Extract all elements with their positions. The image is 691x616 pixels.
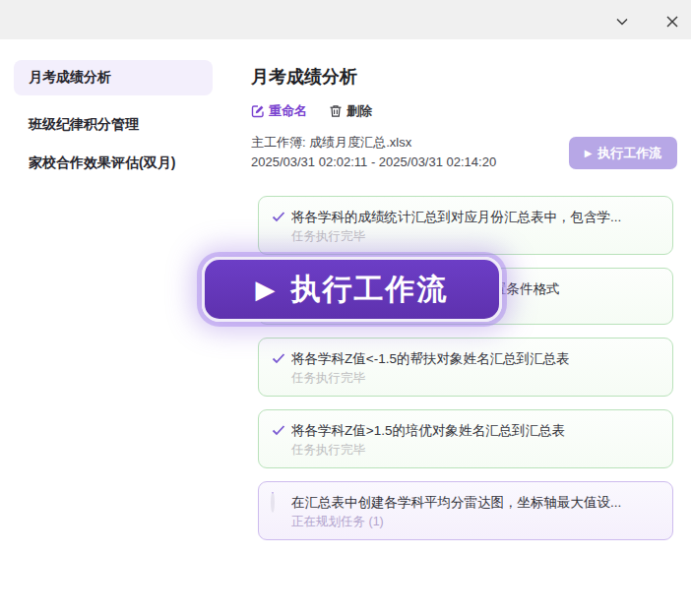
sidebar-item-label: 家校合作效果评估(双月) xyxy=(29,154,175,172)
page-title: 月考成绩分析 xyxy=(251,65,357,89)
close-button[interactable] xyxy=(660,10,684,33)
run-workflow-overlay-label: 执行工作流 xyxy=(291,270,449,310)
check-icon xyxy=(271,209,286,224)
window-titlebar xyxy=(0,0,691,39)
task-status: 任务执行完毕 xyxy=(291,442,660,459)
sidebar-item-label: 月考成绩分析 xyxy=(29,69,111,87)
workbook-info: 主工作簿: 成绩月度汇总.xlsx xyxy=(251,134,411,152)
spinner-icon xyxy=(271,494,286,510)
run-workflow-overlay-button[interactable]: ▶ 执行工作流 xyxy=(202,257,502,322)
collapse-button[interactable] xyxy=(610,10,634,33)
task-status: 任务执行完毕 xyxy=(291,370,660,387)
run-time-range: 2025/03/31 02:02:11 - 2025/03/31 02:14:2… xyxy=(251,154,496,169)
task-status: 正在规划任务 (1) xyxy=(291,514,660,530)
task-status: 任务执行完毕 xyxy=(291,228,660,245)
trash-icon xyxy=(329,104,343,118)
rename-button[interactable]: 重命名 xyxy=(251,102,307,120)
check-icon xyxy=(271,350,286,366)
play-icon: ▶ xyxy=(256,277,276,302)
task-card-5[interactable]: 在汇总表中创建各学科平均分雷达图，坐标轴最大值设... 正在规划任务 (1) xyxy=(258,481,673,540)
task-card-3[interactable]: 将各学科Z值<-1.5的帮扶对象姓名汇总到汇总表 任务执行完毕 xyxy=(258,338,673,397)
sidebar-item-label: 班级纪律积分管理 xyxy=(29,116,139,134)
rename-label: 重命名 xyxy=(269,102,307,120)
delete-label: 删除 xyxy=(346,102,372,120)
task-title: 置条件格式 xyxy=(493,279,560,298)
run-workflow-label: 执行工作流 xyxy=(597,145,661,162)
delete-button[interactable]: 删除 xyxy=(329,102,372,120)
check-icon xyxy=(271,422,286,438)
task-title: 将各学科Z值>1.5的培优对象姓名汇总到汇总表 xyxy=(291,421,565,440)
task-card-1[interactable]: 将各学科的成绩统计汇总到对应月份汇总表中，包含学... 任务执行完毕 xyxy=(258,196,673,255)
task-title: 将各学科的成绩统计汇总到对应月份汇总表中，包含学... xyxy=(291,208,621,226)
task-title: 在汇总表中创建各学科平均分雷达图，坐标轴最大值设... xyxy=(291,493,621,512)
close-icon xyxy=(663,13,681,31)
header-actions: 重命名 删除 xyxy=(251,101,372,121)
task-card-4[interactable]: 将各学科Z值>1.5的培优对象姓名汇总到汇总表 任务执行完毕 xyxy=(258,409,673,468)
task-list: 将各学科的成绩统计汇总到对应月份汇总表中，包含学... 任务执行完毕 置条件格式… xyxy=(258,196,673,553)
play-icon: ▶ xyxy=(585,149,593,158)
task-title: 将各学科Z值<-1.5的帮扶对象姓名汇总到汇总表 xyxy=(291,349,569,368)
chevron-down-icon xyxy=(612,12,632,31)
run-workflow-button[interactable]: ▶ 执行工作流 xyxy=(569,137,677,169)
edit-icon xyxy=(251,104,265,118)
sidebar-item-class-discipline[interactable]: 班级纪律积分管理 xyxy=(14,107,213,143)
sidebar-item-home-school-eval[interactable]: 家校合作效果评估(双月) xyxy=(14,146,213,181)
sidebar-item-monthly-score-analysis[interactable]: 月考成绩分析 xyxy=(14,60,213,95)
